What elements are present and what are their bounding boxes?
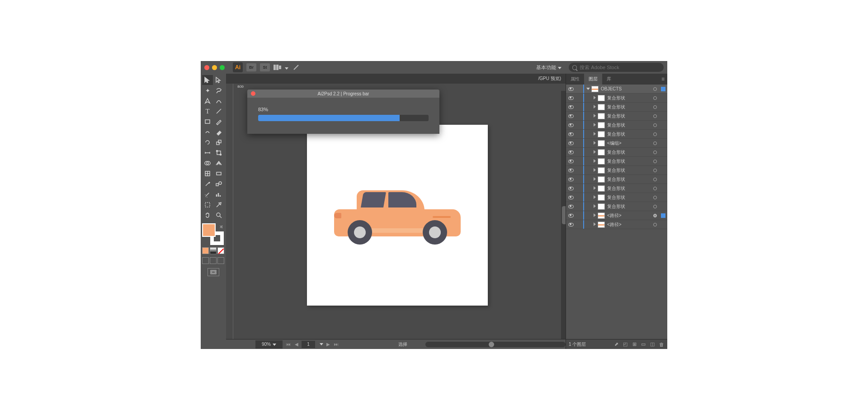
layer-name-label[interactable]: OBJECTS (601, 86, 651, 91)
sublayer-row[interactable]: 复合形状 (566, 94, 667, 103)
target-button[interactable] (651, 169, 659, 172)
target-button[interactable] (651, 205, 659, 208)
minimize-window-button[interactable] (212, 65, 217, 70)
stock-search[interactable] (569, 63, 664, 72)
layer-name-label[interactable]: 复合形状 (607, 167, 651, 174)
visibility-toggle[interactable] (566, 114, 576, 118)
paintbrush-tool[interactable] (213, 117, 224, 127)
color-mode-none[interactable] (217, 247, 224, 254)
target-button[interactable] (651, 96, 659, 100)
type-tool[interactable]: T (202, 106, 213, 116)
arrange-documents-button[interactable] (274, 65, 281, 70)
expand-toggle[interactable] (591, 186, 598, 191)
visibility-toggle[interactable] (566, 151, 576, 154)
expand-toggle[interactable] (591, 195, 598, 200)
tab-layers[interactable]: 图层 (584, 74, 602, 85)
column-graph-tool[interactable] (213, 189, 224, 199)
layer-name-label[interactable]: <编组> (607, 140, 651, 146)
tab-properties[interactable]: 属性 (566, 74, 584, 85)
locate-object-button[interactable]: ⬈ (613, 341, 619, 348)
bridge-icon[interactable]: Br (246, 63, 256, 71)
shaper-tool[interactable] (202, 127, 213, 137)
expand-toggle[interactable] (585, 87, 591, 91)
sublayer-row[interactable]: 复合形状 (566, 184, 667, 193)
eraser-tool[interactable] (213, 127, 224, 137)
hand-tool[interactable] (202, 210, 213, 220)
visibility-toggle[interactable] (566, 187, 576, 190)
expand-toggle[interactable] (591, 204, 598, 209)
color-mode-gradient[interactable] (210, 247, 217, 254)
expand-toggle[interactable] (591, 150, 598, 155)
sublayer-row[interactable]: 复合形状 (566, 121, 667, 130)
workspace-switcher[interactable]: 基本功能 (533, 62, 565, 73)
tab-libraries[interactable]: 库 (602, 74, 616, 85)
lasso-tool[interactable] (213, 85, 224, 95)
direct-selection-tool[interactable] (213, 75, 224, 85)
target-button[interactable] (651, 187, 659, 190)
artboard[interactable] (307, 125, 488, 306)
visibility-toggle[interactable] (566, 105, 576, 109)
layer-name-label[interactable]: 复合形状 (607, 176, 651, 183)
panel-resize-handle[interactable] (562, 206, 566, 224)
maximize-window-button[interactable] (220, 65, 225, 70)
sublayer-row[interactable]: 复合形状 (566, 202, 667, 211)
draw-inside[interactable] (217, 257, 224, 264)
visibility-toggle[interactable] (566, 160, 576, 163)
layer-name-label[interactable]: 复合形状 (607, 194, 651, 201)
visibility-toggle[interactable] (566, 223, 576, 226)
sublayer-row[interactable]: 复合形状 (566, 148, 667, 157)
sublayer-row[interactable]: 复合形状 (566, 103, 667, 112)
shape-builder-tool[interactable] (202, 158, 213, 168)
expand-toggle[interactable] (591, 96, 598, 100)
fill-stroke-picker[interactable]: ⤭ (202, 223, 224, 245)
visibility-toggle[interactable] (566, 87, 576, 91)
sublayer-row[interactable]: 复合形状 (566, 130, 667, 139)
perspective-grid-tool[interactable] (213, 158, 224, 168)
swap-fill-stroke-icon[interactable]: ⤭ (219, 224, 223, 229)
search-input[interactable] (580, 65, 660, 70)
target-button[interactable] (651, 114, 659, 118)
fill-swatch[interactable] (202, 223, 216, 237)
artboard-tool[interactable] (202, 200, 213, 210)
expand-toggle[interactable] (591, 123, 598, 127)
visibility-toggle[interactable] (566, 169, 576, 172)
layer-name-label[interactable]: 复合形状 (607, 113, 651, 119)
magic-wand-tool[interactable]: ✦ (202, 85, 213, 95)
target-button[interactable] (651, 87, 659, 91)
artboard-dropdown-icon[interactable] (320, 341, 323, 348)
visibility-toggle[interactable] (566, 178, 576, 181)
sublayer-row[interactable]: 复合形状 (566, 166, 667, 175)
selection-indicator[interactable] (661, 87, 665, 91)
expand-toggle[interactable] (591, 168, 598, 173)
scale-tool[interactable] (213, 137, 224, 147)
close-window-button[interactable] (204, 65, 209, 70)
new-layer-button[interactable]: ▭ (640, 341, 646, 348)
sublayer-row[interactable]: <路径> (566, 220, 667, 229)
rotate-tool[interactable] (202, 137, 213, 147)
target-button[interactable] (651, 160, 659, 163)
layer-name-label[interactable]: <路径> (607, 221, 651, 228)
zoom-level-select[interactable]: 90% (255, 340, 283, 349)
stock-icon[interactable]: St (260, 63, 270, 71)
sublayer-row[interactable]: 复合形状 (566, 112, 667, 121)
mesh-tool[interactable] (202, 169, 213, 179)
next-artboard-button[interactable]: ▶ (325, 341, 331, 348)
target-button[interactable] (651, 105, 659, 109)
color-mode-solid[interactable] (202, 247, 209, 254)
draw-normal[interactable] (202, 257, 209, 264)
collect-layers-button[interactable]: ◫ (649, 341, 656, 348)
eyedropper-tool[interactable] (202, 179, 213, 189)
width-tool[interactable] (202, 148, 213, 158)
expand-toggle[interactable] (591, 114, 598, 118)
pen-tool[interactable] (202, 96, 213, 106)
target-button[interactable] (651, 132, 659, 136)
arrange-dropdown-icon[interactable] (285, 63, 288, 71)
sublayer-row[interactable]: <路径> (566, 211, 667, 220)
visibility-toggle[interactable] (566, 214, 576, 217)
target-button[interactable] (651, 178, 659, 181)
visibility-toggle[interactable] (566, 132, 576, 136)
layer-name-label[interactable]: 复合形状 (607, 104, 651, 110)
visibility-toggle[interactable] (566, 196, 576, 199)
expand-toggle[interactable] (591, 141, 598, 146)
vertical-ruler[interactable] (226, 91, 233, 339)
